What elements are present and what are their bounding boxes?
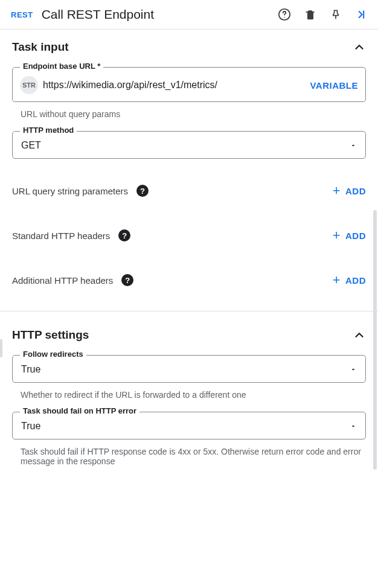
help-icon[interactable] (278, 8, 291, 21)
follow-redirects-label: Follow redirects (20, 350, 86, 359)
task-input-title: Task input (12, 40, 69, 54)
http-settings-section: HTTP settings Follow redirects True Whet… (12, 312, 366, 466)
panel-header: REST Call REST Endpoint (0, 0, 378, 30)
chevron-up-icon (353, 328, 366, 342)
standard-headers-row: Standard HTTP headers ? + ADD (12, 213, 366, 258)
endpoint-url-input[interactable]: https://wikimedia.org/api/rest_v1/metric… (43, 80, 305, 91)
plus-icon: + (333, 273, 341, 287)
add-query-param-button[interactable]: + ADD (333, 184, 366, 197)
additional-headers-label: Additional HTTP headers (12, 275, 113, 286)
http-method-value: GET (21, 140, 41, 151)
variable-button[interactable]: VARIABLE (310, 80, 358, 91)
http-settings-title: HTTP settings (12, 328, 89, 342)
fail-on-error-field[interactable]: Task should fail on HTTP error True (12, 412, 366, 439)
fail-on-error-label: Task should fail on HTTP error (20, 406, 139, 415)
fail-on-error-helper: Task should fail if HTTP response code i… (12, 443, 366, 466)
fail-on-error-value: True (21, 421, 40, 432)
http-method-label: HTTP method (20, 126, 77, 135)
delete-icon[interactable] (304, 8, 316, 21)
follow-redirects-helper: Whether to redirect if the URL is forwar… (12, 386, 366, 400)
left-edge-tab[interactable] (0, 339, 2, 357)
plus-icon: + (333, 184, 341, 197)
dropdown-arrow-icon (350, 366, 357, 373)
add-standard-header-button[interactable]: + ADD (333, 229, 366, 242)
http-method-field[interactable]: HTTP method GET (12, 131, 366, 159)
panel-title: Call REST Endpoint (42, 7, 269, 22)
plus-icon: + (333, 229, 341, 242)
endpoint-url-label: Endpoint base URL * (20, 62, 103, 71)
rest-badge: REST (11, 10, 33, 19)
help-icon[interactable]: ? (118, 229, 130, 241)
follow-redirects-field[interactable]: Follow redirects True (12, 355, 366, 383)
help-icon[interactable]: ? (121, 274, 133, 286)
type-badge-string: STR (20, 76, 38, 94)
http-settings-header[interactable]: HTTP settings (12, 328, 366, 342)
add-additional-header-button[interactable]: + ADD (333, 273, 366, 287)
task-input-section-header[interactable]: Task input (12, 40, 366, 54)
pin-icon[interactable] (330, 8, 342, 21)
additional-headers-row: Additional HTTP headers ? + ADD (12, 258, 366, 302)
dropdown-arrow-icon (350, 423, 357, 430)
chevron-up-icon (353, 40, 366, 54)
help-icon[interactable]: ? (136, 185, 149, 197)
dropdown-arrow-icon (350, 142, 357, 149)
panel-content: Task input Endpoint base URL * STR https… (0, 30, 378, 479)
endpoint-url-helper: URL without query params (12, 106, 366, 119)
scrollbar[interactable] (373, 210, 377, 470)
url-query-params-row: URL query string parameters ? + ADD (12, 168, 366, 213)
standard-headers-label: Standard HTTP headers (12, 231, 110, 241)
collapse-panel-icon[interactable] (355, 8, 367, 21)
endpoint-url-field: Endpoint base URL * STR https://wikimedi… (12, 67, 366, 102)
follow-redirects-value: True (21, 364, 40, 375)
header-actions (278, 8, 367, 21)
svg-point-1 (284, 17, 284, 18)
url-query-params-label: URL query string parameters (12, 186, 128, 196)
